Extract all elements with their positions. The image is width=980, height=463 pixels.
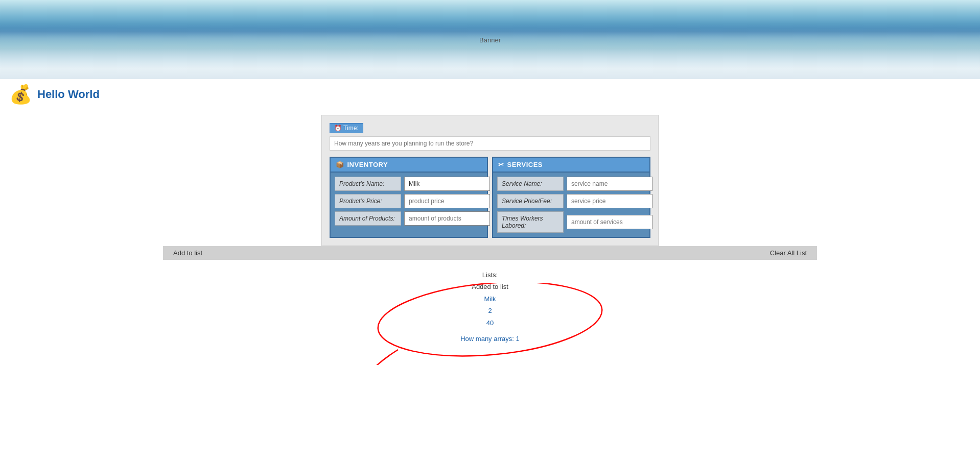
inventory-panel-header: 📦 INVENTORY bbox=[331, 158, 487, 173]
how-many-arrays: How many arrays: 1 bbox=[460, 333, 520, 345]
service-price-input[interactable] bbox=[567, 194, 652, 208]
services-header-label: SERVICES bbox=[507, 161, 543, 168]
add-to-list-button[interactable]: Add to list bbox=[173, 249, 202, 257]
list-value-2: 40 bbox=[460, 317, 520, 329]
bottom-bar: Add to list Clear All List bbox=[163, 246, 817, 260]
services-icon: ✂ bbox=[498, 161, 504, 168]
list-item-name: Milk bbox=[460, 293, 520, 305]
inventory-header-label: INVENTORY bbox=[347, 161, 388, 168]
list-value-1: 2 bbox=[460, 305, 520, 316]
product-price-input[interactable] bbox=[404, 194, 490, 208]
banner-text: Banner bbox=[479, 36, 501, 43]
time-label-button[interactable]: ⏰ Time: bbox=[330, 123, 363, 133]
service-name-row: Service Name: bbox=[497, 177, 645, 191]
services-panel-header: ✂ SERVICES bbox=[493, 158, 649, 173]
service-price-label: Service Price/Fee: bbox=[497, 194, 564, 208]
header-area: 💰 Hello World bbox=[0, 79, 980, 110]
main-content: ⏰ Time: 📦 INVENTORY Product's Name: bbox=[0, 110, 980, 370]
product-name-input[interactable] bbox=[404, 177, 490, 191]
lists-title: Lists: bbox=[460, 269, 520, 281]
amount-products-row: Amount of Products: bbox=[335, 211, 483, 226]
money-bag-icon: 💰 bbox=[9, 85, 32, 104]
service-price-row: Service Price/Fee: bbox=[497, 194, 645, 208]
times-workers-row: Times Workers Labored: bbox=[497, 211, 645, 233]
product-name-label: Product's Name: bbox=[335, 177, 401, 191]
inventory-icon: 📦 bbox=[336, 161, 344, 168]
time-input[interactable] bbox=[330, 136, 650, 151]
lists-section: Lists: Added to list Milk 2 40 How many … bbox=[460, 269, 520, 345]
amount-services-input[interactable] bbox=[567, 215, 652, 229]
times-workers-label: Times Workers Labored: bbox=[497, 211, 564, 233]
services-panel: ✂ SERVICES Service Name: Service Price/F… bbox=[492, 157, 650, 238]
product-name-row: Product's Name: bbox=[335, 177, 483, 191]
amount-products-label: Amount of Products: bbox=[335, 211, 401, 226]
card-container: ⏰ Time: 📦 INVENTORY Product's Name: bbox=[321, 115, 659, 246]
clear-all-list-button[interactable]: Clear All List bbox=[770, 249, 807, 257]
time-section: ⏰ Time: bbox=[330, 123, 650, 151]
added-to-list-label: Added to list bbox=[460, 281, 520, 293]
inventory-panel: 📦 INVENTORY Product's Name: Product's Pr… bbox=[330, 157, 488, 238]
product-price-label: Product's Price: bbox=[335, 194, 401, 208]
banner: Banner bbox=[0, 0, 980, 79]
panels-row: 📦 INVENTORY Product's Name: Product's Pr… bbox=[330, 157, 650, 238]
service-name-input[interactable] bbox=[567, 177, 652, 191]
amount-products-input[interactable] bbox=[404, 211, 490, 226]
service-name-label: Service Name: bbox=[497, 177, 564, 191]
services-panel-body: Service Name: Service Price/Fee: Times W… bbox=[493, 173, 649, 237]
inventory-panel-body: Product's Name: Product's Price: Amount … bbox=[331, 173, 487, 230]
product-price-row: Product's Price: bbox=[335, 194, 483, 208]
site-title: Hello World bbox=[37, 88, 100, 101]
